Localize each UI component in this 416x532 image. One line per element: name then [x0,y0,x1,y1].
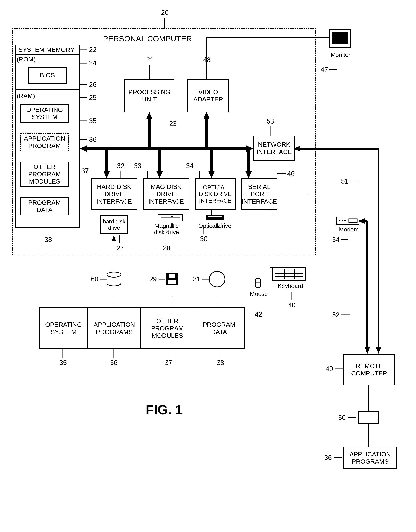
network-interface-box: NETWORK INTERFACE [253,136,295,161]
ref-25: 25 [89,94,96,101]
video-adapter-box: VIDEO ADAPTER [187,79,229,112]
ref-32: 32 [117,163,124,169]
modem-label: Modem [338,226,360,233]
mouse-icon [255,279,261,287]
ref-36a: 36 [89,136,96,143]
ref-37a: 37 [81,168,89,174]
svg-marker-14 [80,145,87,152]
optical-interface-box: OPTICAL DISK DRIVE INTERFACE [195,178,236,210]
svg-point-111 [344,220,346,221]
ref-37b: 37 [165,359,172,366]
svg-point-109 [339,220,340,221]
ref-34: 34 [186,163,194,169]
ref-38a: 38 [45,236,52,243]
hard-disk-drive-box: hard disk drive [100,216,128,234]
mouse-label: Mouse [249,291,269,297]
svg-rect-92 [206,215,224,220]
app-program-box: APPLICATION PROGRAM [20,133,69,151]
ref-49: 49 [326,365,333,372]
svg-marker-23 [156,171,163,178]
ref-26: 26 [89,81,96,88]
ref-24: 24 [89,60,96,67]
ref-33: 33 [134,163,142,169]
ref-38b: 38 [217,359,224,366]
hard-disk-icon [107,272,121,286]
svg-rect-87 [168,280,176,284]
svg-marker-27 [245,171,252,178]
ref-51: 51 [341,178,349,185]
svg-rect-86 [170,274,175,277]
svg-point-82 [107,272,121,277]
ref-28: 28 [163,245,170,252]
ref-22: 22 [89,46,96,53]
svg-rect-97 [273,267,305,280]
svg-point-110 [342,220,343,221]
program-data-box: PROGRAM DATA [20,197,69,216]
ref-30: 30 [200,236,208,242]
ref-21: 21 [146,57,154,63]
ref-36c: 36 [324,454,332,461]
remote-computer-box: REMOTE COMPUTER [343,354,395,385]
bottom-apps-box: APPLICATION PROGRAMS [87,307,141,349]
svg-rect-91 [171,216,172,217]
ref-48: 48 [203,57,211,63]
svg-marker-25 [208,171,215,178]
svg-rect-115 [335,47,345,50]
ram-label: (RAM) [17,92,35,99]
svg-marker-44 [112,235,116,241]
rom-label: (ROM) [17,56,36,63]
ref-60: 60 [91,276,98,283]
bottom-os-box: OPERATING SYSTEM [39,307,88,349]
ref-54: 54 [332,236,340,243]
processing-unit-box: PROCESSING UNIT [124,79,174,112]
svg-rect-93 [208,216,222,217]
ref-23: 23 [169,120,177,127]
optical-disc-icon [209,271,225,287]
serial-interface-box: SERIAL PORT INTERFACE [241,178,277,210]
ref-36b: 36 [110,359,117,366]
keyboard-icon [273,267,305,280]
magnetic-drive-label: Magnetic disk drive [150,223,183,236]
hdd-interface-box: HARD DISK DRIVE INTERFACE [91,178,137,210]
optical-drive-label: Optical drive [198,223,232,229]
os-box: OPERATING SYSTEM [20,104,69,123]
optical-drive-hw-icon [206,215,224,220]
other-modules-box: OTHER PROGRAM MODULES [20,162,69,187]
ref-31: 31 [193,276,200,283]
remote-storage-box [358,412,378,424]
ref-52: 52 [332,312,340,318]
floppy-icon [166,273,178,285]
bios-box: BIOS [28,67,67,84]
svg-point-88 [209,271,225,287]
mag-interface-box: MAG DISK DRIVE INTERFACE [143,178,189,210]
svg-marker-19 [203,112,210,119]
modem-icon [337,217,359,224]
svg-marker-21 [103,171,110,178]
ref-40: 40 [288,302,296,308]
bottom-pdata-box: PROGRAM DATA [194,307,245,349]
ref-35b: 35 [59,359,67,366]
system-memory-header: SYSTEM MEMORY [17,46,75,53]
ref-47: 47 [321,67,328,73]
svg-marker-66 [376,347,381,354]
keyboard-label: Keyboard [276,283,304,289]
ref-53: 53 [267,118,274,125]
magnetic-drive-hw-icon [158,215,182,221]
remote-apps-box: APPLICATION PROGRAMS [343,447,397,469]
ref-29: 29 [149,276,157,283]
ref-42: 42 [255,311,262,318]
svg-marker-17 [146,112,153,119]
ref-35a: 35 [89,118,96,124]
svg-rect-114 [332,32,348,44]
monitor-label: Monitor [329,52,352,58]
ref-46: 46 [287,170,295,177]
svg-marker-74 [365,347,370,354]
ref-27: 27 [116,245,124,252]
monitor-icon [329,30,351,50]
ref-50: 50 [338,414,346,421]
figure-title: FIG. 1 [146,402,183,417]
bottom-other-box: OTHER PROGRAM MODULES [141,307,194,349]
